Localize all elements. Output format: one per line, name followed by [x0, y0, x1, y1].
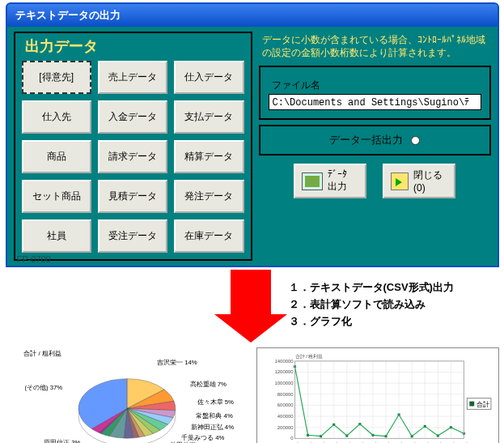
- step-list: １．テキストデータ(CSV形式)出力 ２．表計算ソフトで読み込み ３．グラフ化: [289, 279, 454, 330]
- file-label: ファイル名: [269, 79, 481, 92]
- svg-text:合計: 合計: [476, 401, 489, 408]
- svg-text:1000000: 1000000: [274, 381, 294, 385]
- svg-text:高松重雄 7%: 高松重雄 7%: [189, 381, 226, 388]
- category-button[interactable]: 商品: [22, 140, 91, 173]
- step-3: ３．グラフ化: [289, 313, 454, 330]
- output-data-panel: 出力データ [得意先]売上データ仕入データ仕入先入金データ支払データ商品請求デー…: [14, 32, 252, 261]
- right-panel: データに小数が含まれている場合、ｺﾝﾄﾛｰﾙﾊﾟﾈﾙ地域の設定の金額小数桁数によ…: [259, 32, 491, 261]
- batch-label: データ一括出力: [329, 134, 403, 146]
- close-button[interactable]: 閉じる (0): [383, 164, 455, 198]
- svg-text:吉沢栄一 14%: 吉沢栄一 14%: [157, 359, 197, 366]
- category-button[interactable]: 請求データ: [98, 140, 167, 173]
- arrow-head-icon: [214, 314, 287, 343]
- category-button[interactable]: 見積データ: [98, 180, 167, 213]
- svg-text:1400000: 1400000: [274, 359, 294, 364]
- svg-text:合計 / 粗利益: 合計 / 粗利益: [294, 354, 323, 359]
- export-icon: [302, 173, 323, 190]
- line-svg: 合計 / 粗利益02000004000006000008000001000000…: [260, 351, 495, 443]
- svg-text:佐々木章 5%: 佐々木章 5%: [197, 398, 233, 406]
- svg-text:400000: 400000: [277, 414, 293, 419]
- svg-rect-77: [294, 361, 464, 439]
- category-button[interactable]: 発注データ: [174, 180, 244, 213]
- category-button[interactable]: 精算データ: [174, 140, 244, 173]
- svg-rect-79: [469, 402, 474, 407]
- svg-text:原田信正 3%: 原田信正 3%: [44, 439, 80, 443]
- pie-svg: 合計 / 粗利益吉沢栄一 14%高松重雄 7%佐々木章 5%常盤和典 4%新神田…: [6, 347, 248, 443]
- svg-text:(その他) 37%: (その他) 37%: [24, 384, 62, 391]
- action-row: ﾃﾞｰﾀ 出力 閉じる (0): [259, 164, 491, 198]
- output-data-title: 出力データ: [25, 36, 244, 56]
- window-title: テキストデータの出力: [7, 4, 498, 27]
- charts-row: 合計 / 粗利益吉沢栄一 14%高松重雄 7%佐々木章 5%常盤和典 4%新神田…: [6, 347, 499, 443]
- batch-export-group: データ一括出力: [259, 125, 491, 155]
- category-button[interactable]: 仕入先: [22, 100, 91, 134]
- line-chart: 合計 / 粗利益02000004000006000008000001000000…: [256, 347, 499, 443]
- batch-radio[interactable]: [411, 136, 420, 145]
- file-group: ファイル名: [259, 66, 491, 120]
- svg-text:常盤和典 4%: 常盤和典 4%: [196, 412, 232, 420]
- svg-text:1200000: 1200000: [274, 369, 294, 374]
- svg-text:合計 / 粗利益: 合計 / 粗利益: [23, 350, 61, 357]
- svg-text:800000: 800000: [277, 392, 293, 397]
- svg-text:千葉みつる 4%: 千葉みつる 4%: [181, 434, 224, 441]
- svg-text:200000: 200000: [277, 425, 293, 430]
- flow-arrow-block: １．テキストデータ(CSV形式)出力 ２．表計算ソフトで読み込み ３．グラフ化: [6, 270, 499, 343]
- category-button[interactable]: 社員: [22, 219, 91, 253]
- category-button[interactable]: セット商品: [22, 180, 91, 213]
- category-button[interactable]: 在庫データ: [174, 219, 244, 253]
- category-button-grid: [得意先]売上データ仕入データ仕入先入金データ支払データ商品請求データ精算データ…: [22, 61, 244, 253]
- arrow-shaft: [231, 270, 271, 314]
- step-2: ２．表計算ソフトで読み込み: [289, 296, 454, 313]
- file-path-input[interactable]: [269, 94, 481, 110]
- close-button-label: 閉じる (0): [413, 168, 443, 194]
- category-button[interactable]: 受注データ: [98, 219, 167, 253]
- category-button[interactable]: [得意先]: [22, 61, 91, 94]
- window-body: 出力データ [得意先]売上データ仕入データ仕入先入金データ支払データ商品請求デー…: [7, 27, 498, 266]
- category-button[interactable]: 支払データ: [174, 100, 244, 134]
- svg-text:新神田正弘 4%: 新神田正弘 4%: [190, 424, 233, 431]
- close-icon: [391, 173, 409, 190]
- export-button[interactable]: ﾃﾞｰﾀ 出力: [294, 164, 366, 198]
- category-button[interactable]: 入金データ: [98, 100, 167, 134]
- export-button-label: ﾃﾞｰﾀ 出力: [328, 168, 347, 194]
- form-id: FP-0700: [17, 254, 51, 264]
- category-button[interactable]: 仕入データ: [174, 61, 244, 94]
- category-button[interactable]: 売上データ: [98, 61, 167, 94]
- decimal-notice: データに小数が含まれている場合、ｺﾝﾄﾛｰﾙﾊﾟﾈﾙ地域の設定の金額小数桁数によ…: [259, 32, 491, 61]
- export-window: テキストデータの出力 出力データ [得意先]売上データ仕入データ仕入先入金データ…: [6, 2, 499, 267]
- svg-text:600000: 600000: [277, 403, 293, 407]
- step-1: １．テキストデータ(CSV形式)出力: [289, 279, 454, 296]
- svg-text:0: 0: [290, 436, 294, 441]
- pie-chart: 合計 / 粗利益吉沢栄一 14%高松重雄 7%佐々木章 5%常盤和典 4%新神田…: [6, 347, 248, 443]
